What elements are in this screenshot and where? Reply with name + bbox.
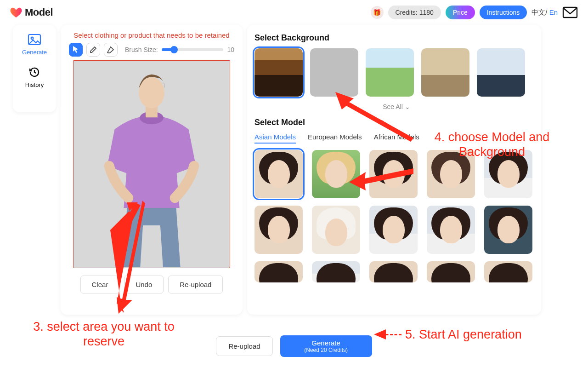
chevron-down-icon: ⌄ [405, 103, 410, 110]
editor-hint: Select clothing or product that needs to… [69, 31, 234, 39]
left-nav: Generate History [13, 25, 56, 112]
tab-african-models[interactable]: African Models [374, 133, 419, 144]
see-all-backgrounds[interactable]: See All ⌄ [254, 103, 538, 110]
background-option-blank[interactable] [310, 48, 358, 97]
language-toggle[interactable]: 中文/ En [531, 8, 558, 17]
footer-generate-button[interactable]: Generate (Need 20 Credits) [280, 335, 372, 357]
select-background-heading: Select Background [254, 33, 538, 43]
model-option-15[interactable] [484, 261, 532, 282]
cursor-tool[interactable] [69, 43, 83, 57]
brush-size-slider[interactable] [162, 48, 224, 51]
svg-point-6 [139, 77, 164, 109]
tab-european-models[interactable]: European Models [308, 133, 362, 144]
nav-history[interactable]: History [25, 66, 44, 88]
model-option-12[interactable] [312, 261, 360, 282]
product-canvas[interactable] [73, 60, 230, 268]
svg-rect-0 [563, 7, 577, 17]
model-option-6[interactable] [254, 206, 303, 254]
reupload-button[interactable]: Re-upload [168, 276, 223, 293]
instructions-button[interactable]: Instructions [480, 6, 527, 19]
model-option-14[interactable] [427, 261, 475, 282]
model-option-11[interactable] [254, 261, 303, 282]
eraser-tool[interactable] [104, 43, 118, 57]
selection-panel: Select Background See All ⌄ Select Model… [247, 25, 541, 315]
model-option-13[interactable] [369, 261, 418, 282]
model-option-8[interactable] [369, 206, 418, 254]
heart-icon [10, 7, 22, 18]
image-icon [27, 33, 42, 46]
nav-generate[interactable]: Generate [22, 33, 47, 56]
nav-history-label: History [25, 81, 44, 88]
brush-size-value: 10 [227, 46, 234, 53]
model-option-5[interactable] [484, 150, 532, 198]
clear-button[interactable]: Clear [80, 276, 120, 293]
model-option-7[interactable] [312, 206, 360, 254]
brand-name: Model [25, 6, 53, 18]
editor-panel: Select clothing or product that needs to… [61, 25, 243, 315]
gift-icon[interactable]: 🎁 [371, 6, 384, 19]
pencil-tool[interactable] [86, 43, 100, 57]
background-option-3[interactable] [366, 48, 414, 97]
uploaded-product-image [74, 61, 230, 267]
model-option-9[interactable] [427, 206, 475, 254]
undo-button[interactable]: Undo [124, 276, 164, 293]
credits-pill[interactable]: Credits: 1180 [388, 6, 441, 19]
select-model-heading: Select Model [254, 118, 538, 127]
background-option-5[interactable] [477, 48, 525, 97]
model-option-1[interactable] [254, 150, 303, 198]
background-option-4[interactable] [421, 48, 469, 97]
history-icon [27, 66, 42, 79]
model-option-4[interactable] [427, 150, 475, 198]
background-option-1[interactable] [254, 48, 303, 97]
brush-size-label: Brush Size: [125, 46, 158, 53]
model-option-10[interactable] [484, 206, 532, 254]
tab-asian-models[interactable]: Asian Models [254, 133, 296, 144]
brand-logo: Model [10, 6, 53, 18]
nav-generate-label: Generate [22, 49, 47, 56]
model-option-3[interactable] [369, 150, 418, 198]
model-grid [254, 150, 538, 282]
footer-reupload-button[interactable]: Re-upload [216, 336, 272, 356]
svg-point-2 [31, 37, 34, 40]
mail-icon[interactable] [562, 6, 578, 18]
price-button[interactable]: Price [446, 6, 475, 19]
model-option-2[interactable] [312, 150, 360, 198]
